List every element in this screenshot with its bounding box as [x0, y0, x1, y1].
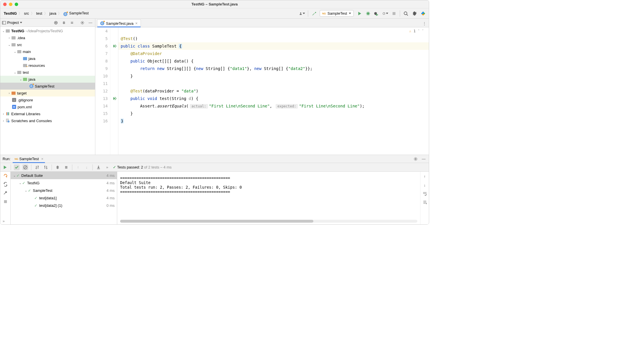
- expand-all-icon[interactable]: [55, 164, 60, 170]
- ide-logo-icon[interactable]: [420, 11, 426, 16]
- run-button[interactable]: [357, 11, 362, 16]
- close-window-button[interactable]: [3, 3, 7, 6]
- more-icon[interactable]: »: [3, 219, 5, 223]
- code-line[interactable]: }: [118, 110, 429, 117]
- breadcrumb-project[interactable]: TestNG: [3, 11, 17, 16]
- stop-icon[interactable]: [3, 199, 8, 205]
- code-line[interactable]: public class SampleTest {: [118, 42, 429, 50]
- run-tab[interactable]: NG SampleTest ×: [13, 156, 45, 162]
- run-gutter-icon[interactable]: [110, 42, 118, 50]
- expand-arrow[interactable]: ⌄: [18, 181, 22, 185]
- expand-arrow[interactable]: ›: [7, 36, 11, 39]
- profile-button[interactable]: [382, 11, 388, 16]
- expand-arrow[interactable]: ⌄: [19, 78, 23, 81]
- code-line[interactable]: return new String[][] {new String[] {"da…: [118, 65, 429, 72]
- tree-ext-libs[interactable]: › External Libraries: [0, 110, 95, 117]
- test-class-row[interactable]: ⌄ ✓ SampleTest 4 ms: [11, 187, 117, 194]
- expand-arrow[interactable]: ›: [7, 92, 11, 95]
- collapse-all-icon[interactable]: [63, 164, 69, 170]
- tree-test-java[interactable]: ⌄ java: [0, 76, 95, 83]
- expand-arrow[interactable]: ⌄: [12, 174, 16, 177]
- soft-wrap-icon[interactable]: [422, 191, 428, 196]
- wrench-icon[interactable]: [3, 190, 8, 196]
- expand-arrow[interactable]: ⌄: [1, 29, 5, 33]
- export-icon[interactable]: [96, 164, 101, 170]
- collapse-all-icon[interactable]: [69, 20, 75, 26]
- scroll-up-icon[interactable]: ↑: [422, 173, 428, 179]
- more-icon[interactable]: ⋮: [421, 20, 427, 26]
- more-icon[interactable]: »: [104, 164, 110, 170]
- expand-all-icon[interactable]: [61, 20, 67, 26]
- tree-main[interactable]: ⌄ main: [0, 48, 95, 55]
- build-icon[interactable]: [311, 11, 317, 16]
- tree-resources[interactable]: ● resources: [0, 62, 95, 69]
- code-line[interactable]: @Test(): [118, 35, 429, 42]
- expand-arrow[interactable]: ›: [1, 112, 5, 116]
- test-item-row[interactable]: ✓ test[data1] 4 ms: [11, 194, 117, 202]
- code-line[interactable]: }: [118, 72, 429, 80]
- sort-icon[interactable]: [34, 164, 40, 170]
- select-opened-file-icon[interactable]: [53, 20, 59, 26]
- rerun-failed-icon[interactable]: [3, 173, 8, 179]
- close-icon[interactable]: ×: [41, 157, 43, 161]
- run-config-select[interactable]: NG SampleTest: [320, 10, 354, 17]
- test-suite-row[interactable]: ⌄ ✓ Default Suite 4 ms: [11, 172, 117, 179]
- prev-failed-icon[interactable]: ↑: [75, 164, 81, 170]
- editor-tab-sampletest[interactable]: C SampleTest.java ×: [97, 19, 141, 27]
- breadcrumb-src[interactable]: src: [23, 11, 29, 16]
- expand-arrow[interactable]: ⌄: [7, 43, 11, 46]
- scroll-to-end-icon[interactable]: [422, 199, 428, 205]
- horizontal-scrollbar[interactable]: [120, 220, 417, 223]
- expand-arrow[interactable]: ›: [1, 119, 5, 122]
- tree-target[interactable]: › target: [0, 90, 95, 96]
- project-tree[interactable]: ⌄ TestNG ~/IdeaProjects/TestNG › .idea ⌄…: [0, 27, 95, 155]
- chevron-down-icon[interactable]: ˅: [422, 29, 424, 33]
- test-item-row[interactable]: ✓ test[data2] (1) 0 ms: [11, 202, 117, 209]
- expand-arrow[interactable]: ⌄: [13, 50, 17, 53]
- run-icon[interactable]: [2, 164, 8, 170]
- search-icon[interactable]: [403, 11, 409, 16]
- code-content[interactable]: ⚠ 1 ˄ ˅ @Test() public class SampleTest …: [118, 27, 429, 155]
- show-ignored-icon[interactable]: [22, 164, 28, 170]
- maximize-window-button[interactable]: [15, 3, 18, 6]
- gear-icon[interactable]: [413, 156, 418, 162]
- code-line[interactable]: Assert.assertEquals(actual:"First Line\n…: [118, 102, 429, 110]
- test-group-row[interactable]: ⌄ ✓ TestNG 4 ms: [11, 179, 117, 187]
- code-line[interactable]: public Object[][] data() {: [118, 57, 429, 65]
- next-failed-icon[interactable]: ↓: [84, 164, 90, 170]
- debug-button[interactable]: [365, 11, 371, 16]
- stop-button[interactable]: [391, 11, 397, 16]
- console-output[interactable]: ========================================…: [117, 172, 420, 220]
- tree-idea[interactable]: › .idea: [0, 34, 95, 41]
- user-icon[interactable]: [299, 11, 305, 16]
- tree-src[interactable]: ⌄ src: [0, 41, 95, 48]
- run-gutter-icon[interactable]: [110, 95, 118, 102]
- scroll-down-icon[interactable]: ↓: [422, 182, 428, 188]
- editor[interactable]: 4 5 6 7 8 9 10 11 12 13 14 15 16: [95, 27, 429, 155]
- tree-gitignore[interactable]: i .gitignore: [0, 96, 95, 103]
- tree-project-root[interactable]: ⌄ TestNG ~/IdeaProjects/TestNG: [0, 27, 95, 34]
- breadcrumb-test[interactable]: test: [36, 11, 43, 16]
- tree-sample-test[interactable]: C SampleTest: [0, 83, 95, 90]
- code-line[interactable]: [118, 80, 429, 87]
- project-view-select[interactable]: Project: [2, 20, 22, 25]
- code-line[interactable]: [118, 27, 429, 35]
- expand-arrow[interactable]: ⌄: [13, 71, 17, 74]
- code-line[interactable]: @Test(dataProvider = "data"): [118, 87, 429, 95]
- hide-icon[interactable]: —: [421, 156, 427, 162]
- gear-icon[interactable]: [412, 11, 417, 16]
- breadcrumb-java[interactable]: java: [49, 11, 57, 16]
- hide-icon[interactable]: —: [88, 20, 93, 26]
- expand-arrow[interactable]: ⌄: [24, 189, 28, 192]
- gear-icon[interactable]: [79, 20, 85, 26]
- breadcrumb-file[interactable]: C SampleTest: [63, 10, 89, 17]
- tree-scratches[interactable]: › Scratches and Consoles: [0, 117, 95, 124]
- code-line[interactable]: }: [118, 117, 429, 125]
- editor-inspections[interactable]: ⚠ 1 ˄ ˅: [409, 29, 424, 33]
- chevron-up-icon[interactable]: ˄: [418, 29, 420, 33]
- tree-test[interactable]: ⌄ test: [0, 69, 95, 76]
- show-passed-icon[interactable]: [14, 164, 20, 170]
- tree-main-java[interactable]: java: [0, 55, 95, 62]
- toggle-auto-test-icon[interactable]: [3, 181, 8, 187]
- sort-alpha-icon[interactable]: [43, 164, 49, 170]
